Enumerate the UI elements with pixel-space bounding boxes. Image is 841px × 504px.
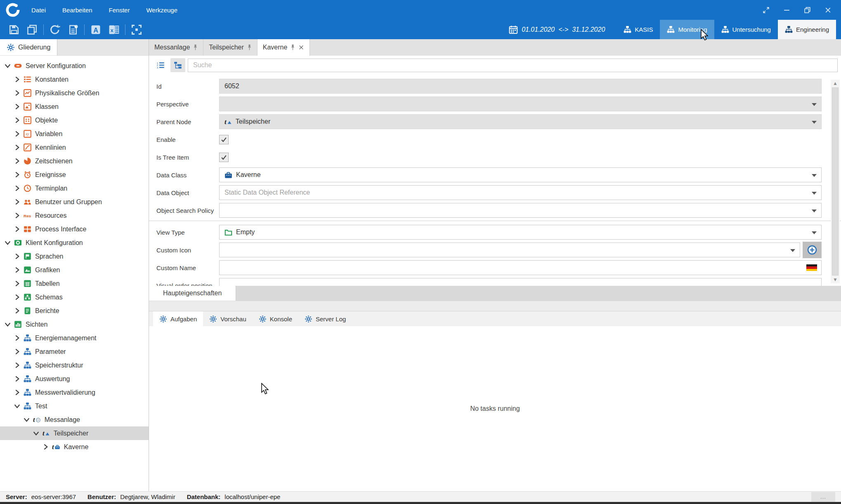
- menu-bearbeiten[interactable]: Bearbeiten: [54, 0, 101, 20]
- dropdown-caret-icon[interactable]: [812, 192, 817, 195]
- chevron-right-icon[interactable]: [14, 158, 21, 165]
- scrollbar-thumb[interactable]: [832, 87, 839, 276]
- menu-datei[interactable]: Datei: [23, 0, 54, 20]
- dropdown-caret-icon[interactable]: [812, 210, 817, 212]
- expand-button[interactable]: [757, 3, 775, 17]
- document-tab-messanlage[interactable]: Messanlage: [149, 39, 203, 56]
- view-type-dropdown[interactable]: Empty: [219, 225, 822, 240]
- pin-icon[interactable]: [291, 44, 295, 51]
- tree-item-objekte[interactable]: Objekte: [0, 113, 149, 127]
- close-button[interactable]: [819, 3, 837, 17]
- tree-item-grafiken[interactable]: Grafiken: [0, 263, 149, 277]
- chevron-right-icon[interactable]: [14, 171, 21, 178]
- chevron-right-icon[interactable]: [14, 76, 21, 83]
- tree-item-terminplan[interactable]: Terminplan: [0, 181, 149, 195]
- chevron-right-icon[interactable]: [14, 307, 21, 314]
- dropdown-caret-icon[interactable]: [812, 121, 817, 124]
- document-tab-kaverne[interactable]: Kaverne: [257, 39, 310, 56]
- tree-item-messwertvalidierung[interactable]: Messwertvalidierung: [0, 386, 149, 399]
- output-tab-konsole[interactable]: Konsole: [253, 311, 298, 326]
- tree-item-kennlinien[interactable]: Kennlinien: [0, 141, 149, 154]
- chevron-right-icon[interactable]: [14, 117, 21, 124]
- tree-item-physikalische-gr-en[interactable]: Physikalische Größen: [0, 86, 149, 100]
- tab-haupteigenschaften[interactable]: Haupteigenschaften: [149, 286, 236, 301]
- object-search-policy-dropdown[interactable]: [219, 203, 822, 218]
- tree-item-schemas[interactable]: Schemas: [0, 290, 149, 304]
- tree-item-benutzer-und-gruppen[interactable]: Benutzer und Gruppen: [0, 195, 149, 209]
- tree-item-process-interface[interactable]: Process Interface: [0, 222, 149, 236]
- chevron-right-icon[interactable]: [14, 280, 21, 287]
- tree-item-kaverne[interactable]: tKaverne: [0, 440, 149, 454]
- chevron-down-icon[interactable]: [4, 239, 11, 246]
- refresh-button[interactable]: [46, 22, 64, 38]
- chevron-right-icon[interactable]: [14, 198, 21, 205]
- chevron-right-icon[interactable]: [14, 389, 21, 396]
- chevron-right-icon[interactable]: [14, 253, 21, 260]
- custom-icon-dropdown[interactable]: [219, 243, 800, 257]
- tree-view-button[interactable]: [170, 58, 185, 72]
- status-grip[interactable]: ...: [811, 492, 835, 502]
- id-input[interactable]: 6052: [219, 79, 822, 94]
- pin-icon[interactable]: [193, 44, 198, 51]
- chevron-right-icon[interactable]: [14, 226, 21, 233]
- parent-node-dropdown[interactable]: tTeilspeicher: [219, 114, 822, 129]
- tree-item-teilspeicher[interactable]: tTeilspeicher: [0, 426, 149, 440]
- output-tab-server-log[interactable]: Server Log: [298, 311, 352, 326]
- chevron-down-icon[interactable]: [4, 62, 11, 69]
- layout-button[interactable]: [128, 22, 146, 38]
- data-class-dropdown[interactable]: Kaverne: [219, 167, 822, 182]
- form-scrollbar[interactable]: ▲ ▼: [831, 80, 840, 283]
- chevron-right-icon[interactable]: [14, 348, 21, 355]
- chevron-down-icon[interactable]: [4, 321, 11, 328]
- chevron-right-icon[interactable]: [14, 144, 21, 151]
- pdf-export-button[interactable]: A: [87, 22, 105, 38]
- chevron-right-icon[interactable]: [14, 266, 21, 273]
- tree-item-auswertung[interactable]: Auswertung: [0, 372, 149, 386]
- tree-item-klient-konfiguration[interactable]: Klient Konfiguration: [0, 236, 149, 250]
- scroll-up-icon[interactable]: ▲: [831, 80, 840, 87]
- chevron-right-icon[interactable]: [14, 89, 21, 97]
- perspective-dropdown[interactable]: [219, 97, 822, 111]
- tree-item-parameter[interactable]: Parameter: [0, 345, 149, 358]
- menu-werkzeuge[interactable]: Werkzeuge: [138, 0, 186, 20]
- chevron-down-icon[interactable]: [14, 403, 21, 410]
- tree-item-speicherstruktur[interactable]: Speicherstruktur: [0, 358, 149, 372]
- pin-icon[interactable]: [247, 44, 252, 51]
- chevron-right-icon[interactable]: [14, 130, 21, 137]
- is-tree-item-checkbox[interactable]: [219, 153, 229, 162]
- close-tab-icon[interactable]: [298, 45, 304, 50]
- chevron-right-icon[interactable]: [14, 185, 21, 192]
- chevron-right-icon[interactable]: [14, 334, 21, 341]
- tree-item-sichten[interactable]: Sichten: [0, 318, 149, 331]
- tree-item-tabellen[interactable]: Tabellen: [0, 277, 149, 290]
- chevron-right-icon[interactable]: [14, 375, 21, 382]
- document-tab-teilspeicher[interactable]: Teilspeicher: [203, 39, 257, 56]
- chevron-right-icon[interactable]: [14, 103, 21, 110]
- tree-item-klassen[interactable]: Klassen: [0, 100, 149, 113]
- output-tab-aufgaben[interactable]: Aufgaben: [153, 311, 203, 326]
- perspective-button-untersuchung[interactable]: Untersuchung: [714, 20, 778, 39]
- enable-checkbox[interactable]: [219, 135, 229, 144]
- tree-item-berichte[interactable]: Berichte: [0, 304, 149, 318]
- numbered-list-view-button[interactable]: 123: [153, 58, 168, 72]
- chevron-right-icon[interactable]: [14, 294, 21, 301]
- chevron-down-icon[interactable]: [33, 430, 40, 437]
- german-flag-icon[interactable]: [806, 264, 817, 271]
- report-button[interactable]: [64, 22, 82, 38]
- perspective-button-kasis[interactable]: KASIS: [617, 20, 660, 39]
- chevron-right-icon[interactable]: [14, 212, 21, 219]
- tree-item-energiemanagement[interactable]: Energiemanagement: [0, 331, 149, 345]
- add-custom-icon-button[interactable]: [803, 242, 822, 258]
- save-all-button[interactable]: [23, 22, 41, 38]
- perspective-button-engineering[interactable]: Engineering: [778, 20, 836, 39]
- dropdown-caret-icon[interactable]: [812, 103, 817, 106]
- tree-item-sprachen[interactable]: Sprachen: [0, 250, 149, 263]
- tree-item-test[interactable]: Test: [0, 399, 149, 413]
- tree-item-resources[interactable]: ResResources: [0, 209, 149, 222]
- tree-item-zeitschienen[interactable]: Zeitschienen: [0, 154, 149, 168]
- tree-item-ereignisse[interactable]: Ereignisse: [0, 168, 149, 181]
- data-object-dropdown[interactable]: Static Data Object Reference: [219, 185, 822, 200]
- scroll-down-icon[interactable]: ▼: [831, 276, 840, 283]
- horizontal-splitter[interactable]: [149, 301, 841, 311]
- chevron-right-icon[interactable]: [14, 362, 21, 369]
